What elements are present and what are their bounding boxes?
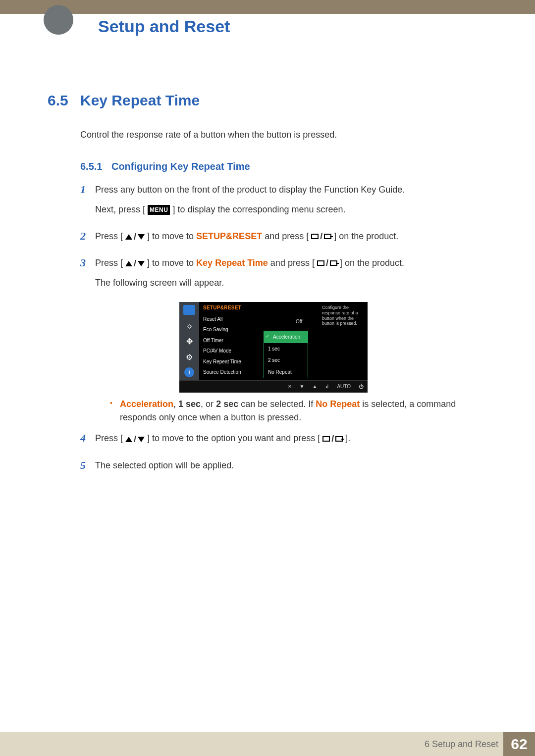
step-number: 5 xyxy=(80,459,95,479)
bullet-icon: • xyxy=(110,398,120,425)
osd-menu-item: Key Repeat Time xyxy=(203,356,258,367)
osd-help-text: Configure the response rate of a button … xyxy=(322,305,367,326)
step-text: Next, press [ MENU ] to display the corr… xyxy=(95,203,405,217)
osd-window: ☼ ✥ ⚙ i SETUP&RESET Reset All Eco Saving xyxy=(179,302,368,393)
up-down-icon: / xyxy=(125,232,145,241)
osd-popup-item: 2 sec xyxy=(264,354,308,366)
step-body: Press [ / ] to move to the option you wa… xyxy=(95,432,350,452)
up-down-icon: / xyxy=(125,435,145,444)
up-icon: ▲ xyxy=(312,383,317,391)
step-text: Press [ / ] to move to the option you wa… xyxy=(95,432,350,446)
step-text: The selected option will be applied. xyxy=(95,459,234,473)
gear-icon: ⚙ xyxy=(184,352,195,362)
nav-target: SETUP&RESET xyxy=(196,231,262,241)
menu-button-icon: MENU xyxy=(148,205,170,215)
position-icon: ✥ xyxy=(184,336,195,347)
osd-popup-item: 1 sec xyxy=(264,343,308,355)
step-text: The following screen will appear. xyxy=(95,276,483,290)
step-text: Press [ / ] to move to Key Repeat Time a… xyxy=(95,256,483,270)
osd-popup: Acceleration 1 sec 2 sec No Repeat xyxy=(264,331,308,378)
source-enter-icon: / xyxy=(317,256,337,270)
step-body: Press [ / ] to move to Key Repeat Time a… xyxy=(95,256,483,425)
chapter-badge xyxy=(44,5,73,35)
power-icon: ⏻ xyxy=(359,383,364,391)
osd-menu-item: PC/AV Mode xyxy=(203,346,258,356)
step-number: 4 xyxy=(80,432,95,452)
source-enter-icon: / xyxy=(311,230,331,244)
chapter-title: Setup and Reset xyxy=(98,17,230,36)
osd-menu-list: Reset All Eco Saving Off Timer PC/AV Mod… xyxy=(203,314,258,378)
osd-menu-item: Reset All xyxy=(203,314,258,325)
footer-bar: 6 Setup and Reset 62 xyxy=(0,732,535,756)
footer-chapter-label: 6 Setup and Reset xyxy=(425,739,498,750)
info-icon: i xyxy=(184,367,194,377)
step-number: 1 xyxy=(80,183,95,223)
subsection-number: 6.5.1 xyxy=(80,161,102,172)
brightness-icon: ☼ xyxy=(184,320,195,331)
step-text: Press any button on the front of the pro… xyxy=(95,183,405,197)
osd-popup-item-selected: Acceleration xyxy=(264,331,308,343)
osd-popup-item: No Repeat xyxy=(264,366,308,378)
osd-menu-item: Off Timer xyxy=(203,335,258,346)
step-number: 3 xyxy=(80,256,95,425)
section-title: Key Repeat Time xyxy=(80,92,200,109)
page-number: 62 xyxy=(503,732,535,756)
down-icon: ▼ xyxy=(300,383,305,391)
monitor-icon xyxy=(183,305,195,315)
section-number: 6.5 xyxy=(48,92,80,109)
step-text: Press [ / ] to move to SETUP&RESET and p… xyxy=(95,230,398,244)
note-text: Acceleration, 1 sec, or 2 sec can be sel… xyxy=(120,398,483,425)
step-body: The selected option will be applied. xyxy=(95,459,234,479)
step-body: Press any button on the front of the pro… xyxy=(95,183,405,223)
osd-footer: ✕ ▼ ▲ ↲ AUTO ⏻ xyxy=(179,380,368,393)
up-down-icon: / xyxy=(125,259,145,268)
osd-value: Off xyxy=(296,318,302,326)
source-enter-icon: / xyxy=(322,432,343,446)
step-number: 2 xyxy=(80,230,95,250)
osd-menu-item: Source Detection xyxy=(203,367,258,378)
osd-menu-item: Eco Saving xyxy=(203,324,258,335)
close-icon: ✕ xyxy=(288,383,292,391)
top-bar xyxy=(0,0,535,14)
section-intro: Control the response rate of a button wh… xyxy=(80,130,483,140)
osd-icon-column: ☼ ✥ ⚙ i xyxy=(179,302,199,380)
enter-icon: ↲ xyxy=(325,383,329,391)
auto-label: AUTO xyxy=(337,383,351,391)
nav-target: Key Repeat Time xyxy=(196,258,268,268)
step-body: Press [ / ] to move to SETUP&RESET and p… xyxy=(95,230,398,250)
subsection-title: Configuring Key Repeat Time xyxy=(111,161,250,172)
